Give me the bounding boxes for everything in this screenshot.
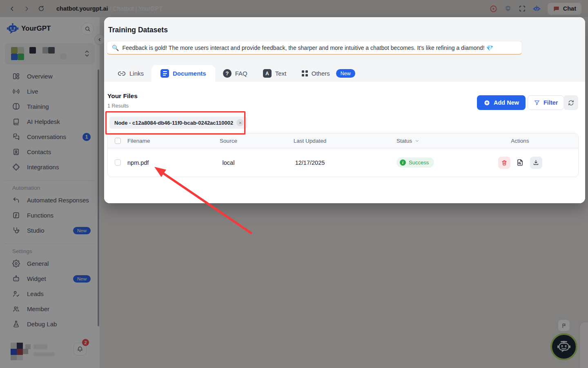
tab-documents[interactable]: Documents: [151, 65, 215, 82]
magnifier-emoji-icon: 🔍: [112, 45, 119, 51]
column-filename: Filename: [127, 138, 193, 144]
tab-links[interactable]: Links: [110, 65, 151, 82]
screen: chatbot.yourgpt.ai / Chatbot | YourGPT U…: [0, 0, 588, 368]
download-icon: [532, 159, 539, 166]
page-title: Training Datasets: [108, 26, 168, 34]
tab-text[interactable]: A Text: [255, 65, 294, 82]
add-new-button[interactable]: Add New: [477, 95, 526, 110]
status-badge: i Success: [396, 157, 434, 168]
filter-button[interactable]: Filter: [528, 95, 564, 110]
results-count: 1 Results: [107, 103, 129, 109]
file-search-icon: [516, 159, 524, 166]
cell-source: local: [193, 159, 264, 166]
trash-icon: [501, 159, 508, 166]
link-icon: [118, 70, 126, 78]
cell-last-updated: 12/17/2025: [264, 159, 356, 166]
table-header-row: Filename Source Last Updated Status Acti…: [108, 133, 578, 148]
info-icon: i: [400, 159, 406, 166]
cell-filename: npm.pdf: [127, 159, 193, 166]
letter-a-icon: A: [263, 69, 272, 78]
refresh-icon: [568, 99, 575, 106]
help-circle-icon: ?: [223, 69, 232, 78]
row-checkbox[interactable]: [115, 159, 121, 166]
others-new-badge: New: [336, 69, 355, 78]
chevron-down-icon: [414, 138, 420, 144]
funnel-icon: [534, 99, 540, 106]
tip-text: Feedback is gold! The more users interac…: [122, 45, 493, 51]
column-actions: Actions: [482, 138, 578, 144]
table-row: npm.pdf local 12/17/2025 i Success: [108, 148, 578, 177]
remove-filter-button[interactable]: [236, 119, 244, 126]
training-datasets-panel: Training Datasets 🔍 Feedback is gold! Th…: [104, 17, 585, 203]
tab-others[interactable]: Others New: [294, 65, 363, 82]
view-file-button[interactable]: [514, 157, 526, 169]
delete-file-button[interactable]: [498, 157, 510, 169]
column-status[interactable]: Status: [356, 138, 482, 144]
column-last-updated: Last Updated: [264, 138, 356, 144]
tab-faq[interactable]: ? FAQ: [215, 65, 255, 82]
grid-dots-icon: [302, 70, 308, 76]
your-files-heading: Your Files: [107, 92, 138, 100]
download-file-button[interactable]: [530, 157, 542, 169]
plus-circle-icon: [483, 99, 490, 106]
select-all-checkbox[interactable]: [115, 138, 121, 144]
tip-banner: 🔍 Feedback is gold! The more users inter…: [107, 41, 522, 55]
document-icon: [160, 69, 169, 78]
close-icon: [238, 121, 242, 125]
files-table: Filename Source Last Updated Status Acti…: [107, 133, 579, 177]
dataset-tabs: Links Documents ? FAQ A Text Others: [110, 65, 363, 82]
filter-chip: Node - c12a8084-db46-11f0-bcab-0242ac110…: [109, 117, 247, 129]
refresh-button[interactable]: [564, 95, 578, 110]
filter-chip-label: Node - c12a8084-db46-11f0-bcab-0242ac110…: [114, 120, 233, 126]
column-source: Source: [193, 138, 264, 144]
